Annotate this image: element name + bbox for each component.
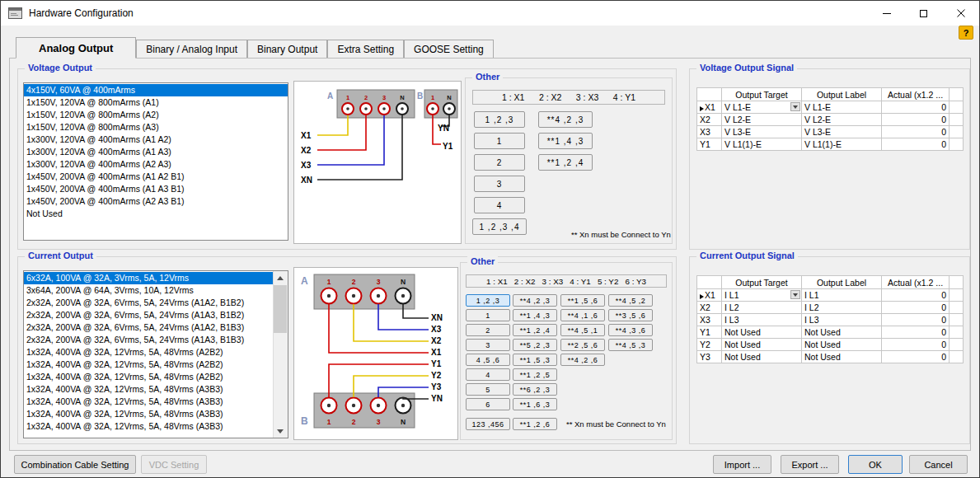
list-item[interactable]: 1x32A, 400VA @ 32A, 12Vrms, 5A, 48Vrms (… — [24, 420, 274, 433]
output-label-cell[interactable]: V L2-E — [802, 114, 882, 126]
output-target-cell[interactable]: Not Used — [722, 351, 802, 363]
list-item[interactable]: 2x32A, 200VA @ 32A, 6Vrms, 5A, 24Vrms (A… — [24, 334, 274, 346]
voltage-route-button[interactable]: **1 ,2 ,4 — [538, 154, 593, 171]
output-target-cell[interactable]: V L2-E — [722, 114, 802, 126]
output-label-cell[interactable]: V L3-E — [802, 126, 882, 138]
tab-extra-setting[interactable]: Extra Setting — [327, 40, 404, 58]
dropdown-arrow-icon[interactable] — [790, 290, 800, 299]
list-item[interactable]: 1x32A, 400VA @ 32A, 12Vrms, 5A, 48Vrms (… — [24, 371, 274, 383]
list-item[interactable]: 1x32A, 400VA @ 32A, 12Vrms, 5A, 48Vrms (… — [24, 346, 274, 358]
help-button[interactable]: ? — [959, 26, 973, 40]
current-route-button[interactable]: **1 ,2 ,5 — [513, 368, 557, 381]
row-header[interactable]: X3 — [697, 314, 722, 326]
row-header[interactable]: X1 — [697, 101, 722, 114]
tab-binary-analog-input[interactable]: Binary / Analog Input — [136, 40, 247, 58]
voltage-route-button[interactable]: 4 — [474, 197, 525, 213]
scrollbar-up-button[interactable] — [274, 271, 287, 284]
output-label-cell[interactable]: V L1(1)-E — [802, 138, 882, 151]
current-route-button[interactable]: 123 ,456 — [466, 418, 510, 430]
list-item[interactable]: 2x32A, 200VA @ 32A, 6Vrms, 5A, 24Vrms (A… — [24, 321, 274, 334]
current-route-button[interactable]: 1 — [466, 309, 510, 321]
tab-goose-setting[interactable]: GOOSE Setting — [404, 40, 494, 58]
list-item[interactable]: 6x32A, 100VA @ 32A, 3Vrms, 5A, 12Vrms — [24, 272, 274, 284]
current-route-button[interactable]: **4 ,3 ,6 — [608, 324, 653, 336]
current-route-button[interactable]: 2 — [466, 324, 510, 336]
current-route-button[interactable]: **1 ,5 ,6 — [560, 294, 605, 307]
current-route-button[interactable]: **4 ,1 ,6 — [560, 309, 605, 321]
list-item[interactable]: 2x32A, 200VA @ 32A, 6Vrms, 5A, 24Vrms (A… — [24, 309, 274, 321]
current-route-button[interactable]: **4 ,5 ,1 — [560, 324, 605, 336]
row-header[interactable]: X1 — [697, 289, 722, 302]
scrollbar-down-button[interactable] — [274, 424, 287, 438]
row-header[interactable]: X2 — [697, 114, 722, 126]
list-item[interactable]: 1x300V, 120VA @ 400mArms (A2 A3) — [24, 158, 288, 171]
current-route-button[interactable]: **6 ,2 ,3 — [513, 383, 557, 396]
minimize-button[interactable] — [868, 1, 905, 26]
list-item[interactable]: 1x150V, 120VA @ 800mArms (A2) — [24, 109, 288, 121]
voltage-route-button[interactable]: **4 ,2 ,3 — [538, 111, 593, 128]
row-header[interactable]: Y3 — [697, 351, 722, 363]
current-route-button[interactable]: **1 ,4 ,3 — [513, 309, 557, 321]
import-button[interactable]: Import ... — [713, 455, 771, 474]
current-route-button[interactable]: 1 ,2 ,3 — [466, 294, 510, 307]
list-item[interactable]: 1x32A, 400VA @ 32A, 12Vrms, 5A, 48Vrms (… — [24, 358, 274, 371]
list-item[interactable]: 1x300V, 120VA @ 400mArms (A1 A2) — [24, 134, 288, 146]
current-route-button[interactable]: **4 ,5 ,3 — [608, 339, 653, 351]
tab-binary-output[interactable]: Binary Output — [247, 40, 327, 58]
list-item[interactable]: Not Used — [24, 208, 288, 220]
list-item[interactable]: 1x150V, 120VA @ 800mArms (A3) — [24, 121, 288, 134]
cancel-button[interactable]: Cancel — [909, 455, 968, 474]
row-header[interactable]: X2 — [697, 302, 722, 314]
current-route-button[interactable]: 5 — [466, 383, 510, 396]
output-target-cell[interactable]: V L3-E — [722, 126, 802, 138]
current-route-button[interactable]: **4 ,5 ,2 — [608, 294, 653, 307]
vertical-scrollbar[interactable] — [273, 271, 288, 438]
current-route-button[interactable]: **4 ,2 ,3 — [513, 294, 557, 307]
scrollbar-thumb[interactable] — [274, 285, 287, 333]
list-item[interactable]: 1x32A, 400VA @ 32A, 12Vrms, 5A, 48Vrms (… — [24, 383, 274, 396]
list-item[interactable]: 4x150V, 60VA @ 400mArms — [24, 84, 288, 96]
current-route-button[interactable]: **1 ,5 ,3 — [513, 354, 557, 366]
output-target-cell[interactable]: Not Used — [722, 339, 802, 351]
current-route-button[interactable]: 3 — [466, 339, 510, 351]
output-target-cell[interactable]: V L1(1)-E — [722, 138, 802, 151]
list-item[interactable]: 3x64A, 200VA @ 64A, 3Vrms, 10A, 12Vrms — [24, 284, 274, 297]
output-target-cell[interactable]: I L2 — [722, 302, 802, 314]
close-button[interactable] — [942, 1, 979, 26]
export-button[interactable]: Export ... — [781, 455, 839, 474]
output-target-cell[interactable]: Not Used — [722, 326, 802, 339]
row-header[interactable]: Y2 — [697, 339, 722, 351]
output-target-cell[interactable]: V L1-E — [722, 101, 802, 114]
list-item[interactable]: 1x300V, 120VA @ 400mArms (A1 A3) — [24, 146, 288, 158]
output-label-cell[interactable]: Not Used — [802, 351, 882, 363]
output-label-cell[interactable]: Not Used — [802, 326, 882, 339]
current-route-button[interactable]: 4 ,5 ,6 — [466, 354, 510, 366]
voltage-route-button[interactable]: 1 — [474, 133, 525, 149]
output-label-cell[interactable]: I L3 — [802, 314, 882, 326]
current-route-button[interactable]: **2 ,5 ,6 — [560, 339, 605, 351]
row-header[interactable]: Y1 — [697, 138, 722, 151]
row-header[interactable]: X3 — [697, 126, 722, 138]
current-route-button[interactable]: **1 ,2 ,4 — [513, 324, 557, 336]
list-item[interactable]: 1x450V, 200VA @ 400mArms (A1 A2 B1) — [24, 171, 288, 183]
current-output-list[interactable]: 6x32A, 100VA @ 32A, 3Vrms, 5A, 12Vrms 3x… — [23, 270, 288, 438]
output-target-cell[interactable]: I L1 — [722, 289, 802, 302]
current-route-button[interactable]: **3 ,5 ,6 — [608, 309, 653, 321]
tab-analog-output[interactable]: Analog Output — [16, 37, 136, 59]
combination-cable-setting-button[interactable]: Combination Cable Setting — [14, 455, 136, 474]
voltage-route-button[interactable]: **1 ,4 ,3 — [538, 133, 593, 149]
voltage-output-list[interactable]: 4x150V, 60VA @ 400mArms 1x150V, 120VA @ … — [23, 82, 288, 241]
output-label-cell[interactable]: V L1-E — [802, 101, 882, 114]
dropdown-arrow-icon[interactable] — [790, 102, 800, 111]
list-item[interactable]: 1x450V, 200VA @ 400mArms (A2 A3 B1) — [24, 195, 288, 208]
list-item[interactable]: 1x32A, 400VA @ 32A, 12Vrms, 5A, 48Vrms (… — [24, 396, 274, 408]
voltage-route-button[interactable]: 1 ,2 ,3 — [474, 111, 525, 128]
list-item[interactable]: 1x450V, 200VA @ 400mArms (A1 A3 B1) — [24, 183, 288, 195]
current-route-button[interactable]: 6 — [466, 398, 510, 410]
current-route-button[interactable]: 4 — [466, 368, 510, 381]
current-route-button[interactable]: **4 ,2 ,6 — [560, 354, 605, 366]
maximize-button[interactable] — [905, 1, 942, 26]
list-item[interactable]: 1x32A, 400VA @ 32A, 12Vrms, 5A, 48Vrms (… — [24, 408, 274, 420]
voltage-route-button[interactable]: 3 — [474, 176, 525, 192]
output-label-cell[interactable]: I L2 — [802, 302, 882, 314]
